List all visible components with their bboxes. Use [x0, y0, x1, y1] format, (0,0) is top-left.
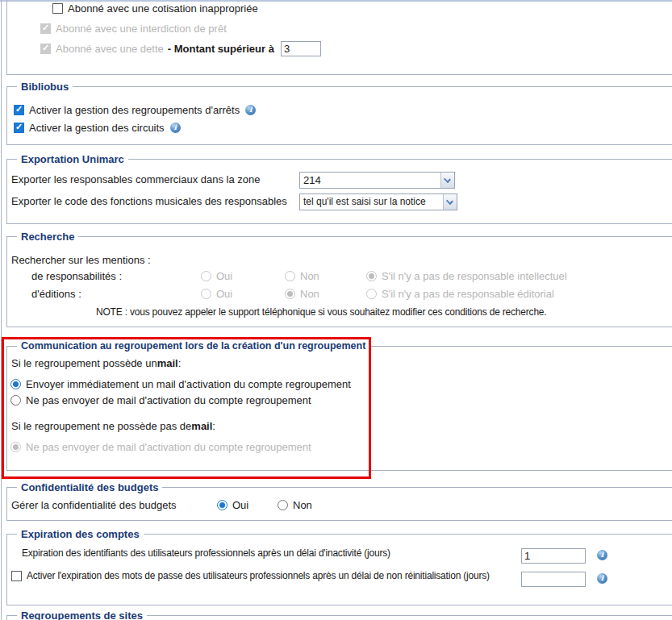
fonctions-select[interactable]: tel qu'il est saisi sur la notice	[299, 193, 457, 210]
info-icon[interactable]: i	[170, 123, 181, 133]
zone-select-value: 214	[303, 173, 439, 188]
radio-icon[interactable]	[10, 379, 21, 389]
fieldset-legend: Communication au regroupement lors de la…	[17, 340, 369, 352]
zone-select[interactable]: 214	[299, 172, 455, 189]
row-dette: ✓ Abonné avec une dette - Montant supéri…	[40, 41, 321, 56]
radio-icon[interactable]	[278, 500, 288, 510]
radio-icon	[285, 289, 295, 299]
fieldset-confidentialite-budgets: Confidentialité des budgets Gérer la con…	[6, 487, 672, 521]
radio-resp-sans: S'il n'y a pas de responsable intellectu…	[366, 270, 567, 282]
radio-ne-pas-envoyer: Ne pas envoyer de mail d'activation du c…	[10, 394, 311, 406]
fieldset-subscriber-flags: Abonné avec une cotisation inappropriée …	[6, 0, 672, 75]
row-gestion-arrets: ✓ Activer la gestion des regroupements d…	[14, 104, 256, 116]
recherche-intro: Rechercher sur les mentions :	[11, 254, 151, 266]
radio-label: Non	[293, 499, 312, 511]
label-export-responsables: Exporter les responsables commerciaux da…	[11, 173, 261, 185]
info-icon[interactable]: i	[597, 550, 607, 560]
fieldset-expiration-comptes: Expiration des comptes Expiration des id…	[6, 534, 672, 605]
radio-envoyer-mail: Envoyer immédiatement un mail d'activati…	[10, 378, 351, 390]
radio-resp-non: Non	[285, 270, 319, 282]
row-interdiction: ✓ Abonné avec une interdiction de prêt	[40, 23, 227, 35]
checkbox-interdiction: ✓	[40, 23, 51, 34]
radio-label: S'il n'y a pas de responsable intellectu…	[382, 270, 567, 282]
info-icon[interactable]: i	[245, 105, 256, 115]
fieldset-legend: Exportation Unimarc	[17, 153, 128, 165]
question-sans-mail: Si le regroupement ne possède pas de mai…	[11, 420, 215, 432]
question-possede-mail: Si le regroupement possède un mail :	[11, 357, 181, 369]
label-mentions: Rechercher sur les mentions :	[11, 254, 151, 266]
radio-edit-oui: Oui	[201, 288, 232, 300]
label-expiration-mdp: Activer l'expiration des mots de passe d…	[27, 570, 490, 581]
radio-icon[interactable]	[10, 395, 21, 406]
check-icon: ✓	[15, 104, 23, 114]
radio-edit-sans: S'il n'y a pas de responsable éditorial	[366, 288, 554, 300]
radio-label: Non	[300, 270, 319, 282]
label-text: Gérer la confidentialité des budgets	[11, 499, 177, 511]
radio-label: Oui	[216, 270, 232, 282]
label-gestion-circuits: Activer la gestion des circuits	[29, 122, 165, 134]
chevron-down-icon	[443, 194, 457, 210]
label-gestion-arrets: Activer la gestion des regroupements d'a…	[29, 104, 240, 116]
question-prefix: Si le regroupement possède un	[11, 357, 157, 369]
note-text: NOTE : vous pouvez appeler le support té…	[96, 306, 546, 318]
radio-icon[interactable]	[217, 500, 227, 510]
radio-label: Ne pas envoyer de mail d'activation du c…	[26, 394, 311, 406]
radio-label: Oui	[232, 499, 248, 511]
fieldset-communication-regroupement: Communication au regroupement lors de la…	[6, 346, 672, 471]
label-montant-superieur: - Montant supérieur à	[168, 43, 274, 55]
radio-icon	[201, 271, 211, 281]
fieldset-regroupements-sites: Regroupements de sites	[6, 615, 672, 620]
check-icon: ✓	[42, 43, 49, 53]
fieldset-legend: Confidentialité des budgets	[17, 481, 162, 493]
label-editions: d'éditions :	[31, 288, 81, 300]
radio-confidentialite-oui: Oui	[217, 499, 248, 511]
row-responsabilites: de responsabilités :	[31, 270, 122, 282]
chevron-down-icon	[440, 173, 454, 188]
radio-icon	[285, 271, 295, 281]
montant-input[interactable]	[281, 41, 321, 56]
checkbox-gestion-arrets[interactable]: ✓	[14, 105, 24, 115]
fieldset-bibliobus: Bibliobus ✓ Activer la gestion des regro…	[6, 86, 672, 145]
row-expiration-identifiants: Expiration des identifiants des utilisat…	[22, 547, 390, 559]
radio-icon	[366, 289, 377, 299]
question-suffix: :	[178, 357, 182, 369]
delai-inactivite-input[interactable]	[521, 548, 586, 564]
radio-icon	[10, 442, 21, 452]
info-icon[interactable]: i	[597, 573, 607, 584]
checkbox-expiration-mdp[interactable]	[11, 571, 22, 581]
page-left-border	[1, 0, 2, 620]
label-cotisation: Abonné avec une cotisation inappropriée	[68, 2, 258, 15]
radio-edit-non: Non	[285, 288, 319, 300]
row-editions: d'éditions :	[31, 288, 81, 300]
label-dette: Abonné avec une dette	[56, 43, 164, 55]
label-expiration-identifiants: Expiration des identifiants des utilisat…	[22, 547, 390, 559]
fieldset-exportation-unimarc: Exportation Unimarc Exporter les respons…	[6, 159, 672, 224]
radio-icon	[366, 271, 377, 281]
radio-label: S'il n'y a pas de responsable éditorial	[382, 288, 554, 300]
row-export-fonctions: Exporter le code des fonctions musicales…	[11, 195, 287, 207]
row-cotisation: Abonné avec une cotisation inappropriée	[52, 2, 258, 15]
label-gerer-confidentialite: Gérer la confidentialité des budgets	[11, 499, 177, 511]
radio-resp-oui: Oui	[201, 270, 232, 282]
radio-label: Ne pas envoyer de mail d'activation du c…	[26, 441, 311, 453]
question-prefix: Si le regroupement ne possède pas de	[11, 420, 191, 432]
fieldset-recherche: Recherche Rechercher sur les mentions : …	[6, 236, 672, 327]
checkbox-dette: ✓	[40, 44, 51, 54]
checkbox-cotisation[interactable]	[52, 3, 63, 14]
delai-reinitialisation-input[interactable]	[521, 572, 586, 587]
checkbox-gestion-circuits[interactable]: ✓	[14, 123, 24, 133]
row-export-responsables: Exporter les responsables commerciaux da…	[11, 173, 261, 185]
fonctions-select-value: tel qu'il est saisi sur la notice	[303, 194, 441, 210]
label-responsabilites: de responsabilités :	[31, 270, 122, 282]
fieldset-legend: Recherche	[17, 231, 78, 243]
fieldset-legend: Bibliobus	[17, 81, 73, 93]
radio-label: Non	[300, 288, 319, 300]
label-interdiction: Abonné avec une interdiction de prêt	[56, 23, 227, 35]
radio-icon	[201, 289, 211, 299]
row-gestion-circuits: ✓ Activer la gestion des circuits i	[14, 122, 181, 134]
settings-page: Abonné avec une cotisation inappropriée …	[0, 0, 672, 620]
radio-confidentialite-non: Non	[278, 499, 312, 511]
radio-ne-pas-envoyer-sans-mail: Ne pas envoyer de mail d'activation du c…	[10, 441, 311, 453]
label-export-fonctions: Exporter le code des fonctions musicales…	[11, 195, 287, 207]
fieldset-legend: Expiration des comptes	[17, 528, 144, 540]
